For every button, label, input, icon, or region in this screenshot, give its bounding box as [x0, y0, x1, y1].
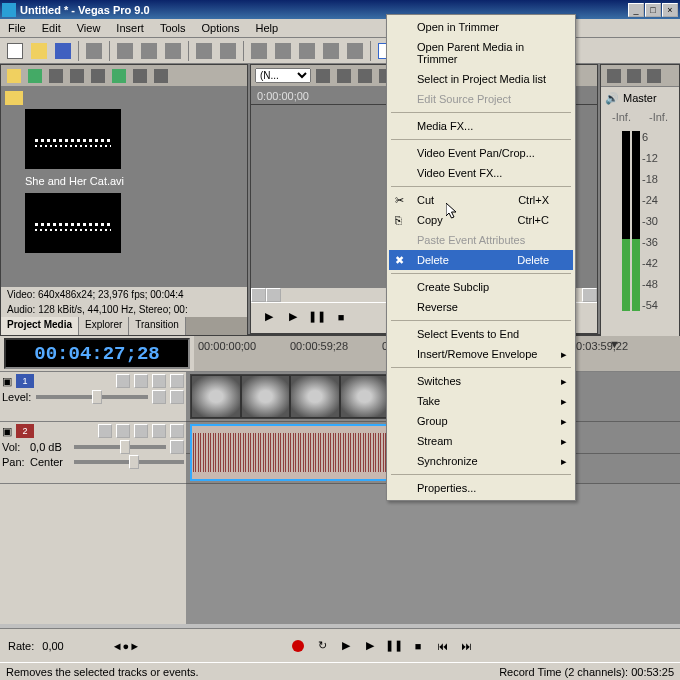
go-end-button[interactable]: ⏭ — [456, 637, 476, 655]
level-slider[interactable] — [36, 395, 148, 399]
menu-insert[interactable]: Insert — [112, 20, 148, 36]
ctx-stream[interactable]: Stream▸ — [389, 431, 573, 451]
track-mute-button[interactable] — [116, 424, 130, 438]
ctx-open-in-trimmer[interactable]: Open in Trimmer — [389, 17, 573, 37]
scroll-left-icon[interactable] — [251, 288, 266, 302]
pan-slider[interactable] — [74, 460, 184, 464]
menu-edit[interactable]: Edit — [38, 20, 65, 36]
stop-button[interactable]: ■ — [408, 637, 428, 655]
track-arm-button[interactable] — [98, 424, 112, 438]
play-from-start-button[interactable]: ▶ — [283, 308, 303, 326]
menu-view[interactable]: View — [73, 20, 105, 36]
ctx-open-parent-media-in-trimmer[interactable]: Open Parent Media in Trimmer — [389, 37, 573, 69]
play-start-button[interactable]: ▶ — [336, 637, 356, 655]
open-button[interactable] — [28, 40, 50, 62]
capture-button[interactable] — [26, 67, 44, 85]
tab-explorer[interactable]: Explorer — [79, 317, 129, 335]
master-next-button[interactable] — [645, 67, 663, 85]
loop-button[interactable]: ↻ — [312, 637, 332, 655]
track-solo-button[interactable] — [134, 424, 148, 438]
track-compmode-button[interactable] — [152, 390, 166, 404]
trimmer-save-button[interactable] — [314, 67, 332, 85]
play-button[interactable]: ▶ — [360, 637, 380, 655]
save-button[interactable] — [52, 40, 74, 62]
ctx-take[interactable]: Take▸ — [389, 391, 573, 411]
ctx-select-events-to-end[interactable]: Select Events to End — [389, 324, 573, 344]
ctx-properties-[interactable]: Properties... — [389, 478, 573, 498]
ctx-synchronize[interactable]: Synchronize▸ — [389, 451, 573, 471]
track-bypass-button[interactable] — [116, 374, 130, 388]
media-list[interactable]: She and Her Cat.avi — [1, 87, 247, 287]
ctx-group[interactable]: Group▸ — [389, 411, 573, 431]
ctx-reverse[interactable]: Reverse — [389, 297, 573, 317]
ignore-button[interactable] — [344, 40, 366, 62]
track-mute-button[interactable] — [134, 374, 148, 388]
stop-button[interactable]: ■ — [331, 308, 351, 326]
track-motion-button[interactable] — [170, 390, 184, 404]
remove-button[interactable] — [68, 67, 86, 85]
minimize-button[interactable]: _ — [628, 3, 644, 17]
scroll-left2-icon[interactable] — [266, 288, 281, 302]
audio-clip[interactable] — [190, 424, 390, 481]
track-fx-button[interactable] — [170, 374, 184, 388]
video-track-header[interactable]: ▣ 1 Level: — [0, 372, 186, 422]
ctx-cut[interactable]: CutCtrl+X✂ — [389, 190, 573, 210]
views-button[interactable] — [152, 67, 170, 85]
ctx-video-event-fx-[interactable]: Video Event FX... — [389, 163, 573, 183]
ctx-video-event-pan-crop-[interactable]: Video Event Pan/Crop... — [389, 143, 573, 163]
master-prev-button[interactable] — [605, 67, 623, 85]
record-button[interactable] — [288, 637, 308, 655]
ctx-delete[interactable]: DeleteDelete✖ — [389, 250, 573, 270]
media-fx-button[interactable] — [110, 67, 128, 85]
close-button[interactable]: × — [662, 3, 678, 17]
undo-button[interactable] — [193, 40, 215, 62]
pause-button[interactable]: ❚❚ — [384, 637, 404, 655]
track-fx-button[interactable] — [152, 424, 166, 438]
properties-button[interactable] — [83, 40, 105, 62]
get-media-button[interactable] — [47, 67, 65, 85]
tab-project-media[interactable]: Project Media — [1, 317, 79, 335]
paste-button[interactable] — [162, 40, 184, 62]
trimmer-remove-button[interactable] — [356, 67, 374, 85]
ctx-media-fx-[interactable]: Media FX... — [389, 116, 573, 136]
ripple-button[interactable] — [272, 40, 294, 62]
ctx-create-subclip[interactable]: Create Subclip — [389, 277, 573, 297]
autocross-button[interactable] — [296, 40, 318, 62]
play-button[interactable]: ▶ — [259, 308, 279, 326]
tab-transitions[interactable]: Transition — [129, 317, 186, 335]
ctx-insert-remove-envelope[interactable]: Insert/Remove Envelope▸ — [389, 344, 573, 364]
trimmer-dropdown[interactable]: (N... — [255, 68, 311, 83]
media-props-button[interactable] — [89, 67, 107, 85]
go-start-button[interactable]: ⏮ — [432, 637, 452, 655]
track-solo-button[interactable] — [152, 374, 166, 388]
search-button[interactable] — [131, 67, 149, 85]
import-button[interactable] — [5, 67, 23, 85]
pause-button[interactable]: ❚❚ — [307, 308, 327, 326]
media-thumbnail[interactable] — [25, 193, 121, 253]
video-clip[interactable] — [190, 374, 390, 419]
menu-help[interactable]: Help — [251, 20, 282, 36]
snap-button[interactable] — [248, 40, 270, 62]
lock-button[interactable] — [320, 40, 342, 62]
menu-options[interactable]: Options — [198, 20, 244, 36]
track-touch-button[interactable] — [170, 440, 184, 454]
vol-slider[interactable] — [74, 445, 166, 449]
copy-button[interactable] — [138, 40, 160, 62]
new-button[interactable] — [4, 40, 26, 62]
playhead-marker[interactable]: ▼ — [609, 338, 619, 371]
maximize-button[interactable]: □ — [645, 3, 661, 17]
timecode-display[interactable]: 00:04:27;28 — [4, 338, 190, 369]
master-play-button[interactable] — [625, 67, 643, 85]
track-phase-button[interactable] — [170, 424, 184, 438]
scrub-control[interactable]: ◄●► — [112, 640, 140, 652]
cut-button[interactable] — [114, 40, 136, 62]
trimmer-fx-button[interactable] — [335, 67, 353, 85]
ctx-select-in-project-media-list[interactable]: Select in Project Media list — [389, 69, 573, 89]
redo-button[interactable] — [217, 40, 239, 62]
media-thumbnail[interactable] — [25, 109, 121, 169]
ctx-copy[interactable]: CopyCtrl+C⎘ — [389, 210, 573, 230]
menu-file[interactable]: File — [4, 20, 30, 36]
ctx-switches[interactable]: Switches▸ — [389, 371, 573, 391]
menu-tools[interactable]: Tools — [156, 20, 190, 36]
scroll-right-icon[interactable] — [582, 288, 597, 302]
